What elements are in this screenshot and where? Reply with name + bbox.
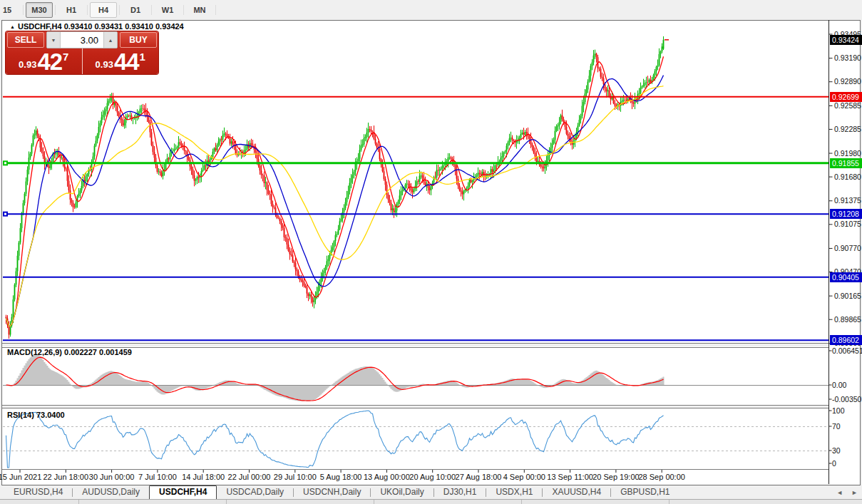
price-tick-label: 0.93190 [834, 53, 861, 62]
rsi-axis-label: 100 [832, 406, 845, 415]
volume-spinner: ▼ 3.00 ▲ [46, 31, 118, 48]
date-label: 22 Jul 00:00 [228, 473, 271, 481]
tab-xauusd-h4[interactable]: XAUUSD,H4 [543, 485, 610, 499]
strip-mark [669, 500, 669, 504]
volume-decrease-button[interactable]: ▼ [47, 32, 61, 48]
sell-price-pip: 7 [63, 51, 68, 63]
price-tick-label: 0.92285 [834, 125, 861, 133]
sell-price-prefix: 0.93 [19, 59, 36, 70]
trading-terminal: 15M30H1H4D1W1MN ▲USDCHF,H40.934100.93431… [0, 0, 862, 504]
chart-title: ▲USDCHF,H40.934100.934310.934100.93424 [10, 22, 186, 31]
tab-gbpusd-h1[interactable]: GBPUSD,H1 [611, 485, 679, 499]
date-label: 5 Aug 18:00 [320, 473, 362, 481]
price-tick-label: 0.91075 [834, 220, 861, 228]
buy-button[interactable]: BUY [120, 32, 157, 48]
tab-audusd-daily[interactable]: AUDUSD,Daily [73, 485, 149, 499]
tab-dj30-h1[interactable]: DJ30,H1 [434, 485, 486, 499]
toolbar-separator [23, 5, 24, 15]
timeframe-toolbar: 15M30H1H4D1W1MN [0, 0, 862, 19]
panel-toggle-icon[interactable]: ▲ [10, 24, 15, 29]
toolbar-separator [55, 5, 56, 15]
date-label: 13 Sep 11:00 [547, 473, 593, 481]
timeframe-button-d1[interactable]: D1 [122, 2, 149, 18]
spinner-up-icon: ▲ [108, 38, 113, 43]
price-tick-label: 0.92890 [834, 77, 861, 86]
chart-window [1, 20, 861, 485]
macd-axis-label: 0.006451 [832, 346, 862, 355]
timeframe-button-15[interactable]: 15 [0, 2, 21, 18]
tab-scroll-right-icon[interactable]: ► [851, 489, 858, 496]
tab-usdcad-daily[interactable]: USDCAD,Daily [217, 485, 293, 499]
timeframe-button-m30[interactable]: M30 [26, 2, 53, 18]
spinner-down-icon: ▼ [51, 38, 56, 43]
macd-label: MACD(12,26,9) 0.002227 0.001459 [7, 348, 132, 356]
timeframe-button-h1[interactable]: H1 [58, 2, 85, 18]
date-label: 20 Sep 19:00 [592, 473, 639, 481]
ohlc-high: 0.93431 [94, 22, 123, 31]
timeframe-button-h4[interactable]: H4 [90, 2, 117, 18]
tab-usdcnh-daily[interactable]: USDCNH,Daily [294, 485, 370, 499]
tab-ukoil-daily[interactable]: UKOil,Daily [371, 485, 433, 499]
tab-eurusd-h4[interactable]: EURUSD,H4 [4, 485, 72, 499]
buy-price-prefix: 0.93 [96, 59, 113, 70]
rsi-label: RSI(14) 73.0400 [7, 411, 65, 419]
price-level-box: 0.91855 [830, 158, 862, 168]
price-tick-label: 0.90165 [834, 292, 861, 300]
toolbar-separator [183, 5, 184, 15]
strip-mark [374, 500, 374, 504]
tab-usdchf-h4[interactable]: USDCHF,H4 [149, 485, 217, 500]
price-tick-label: 0.91680 [834, 173, 861, 181]
rsi-axis-label: 0 [832, 459, 836, 468]
price-tick-label: 0.91375 [834, 196, 861, 205]
timeframe-button-mn[interactable]: MN [186, 2, 213, 18]
date-label: 7 Jul 10:00 [138, 473, 177, 481]
sell-button[interactable]: SELL [7, 32, 44, 48]
price-tick-label: 0.91980 [834, 149, 861, 158]
macd-axis-label: 0.00 [832, 381, 846, 389]
sell-price-display[interactable]: 0.93427 [6, 48, 83, 74]
date-label: 27 Aug 18:00 [456, 473, 502, 481]
current-price-box: 0.93424 [830, 35, 862, 45]
date-label: 13 Aug 00:00 [364, 473, 410, 481]
price-level-box: 0.92699 [830, 92, 862, 102]
volume-increase-button[interactable]: ▲ [103, 32, 117, 48]
tab-scroll-left-icon[interactable]: ◄ [836, 489, 843, 496]
buy-price-pip: 1 [140, 51, 145, 63]
date-label: 22 Jun 18:00 [43, 473, 88, 481]
strip-mark [78, 500, 79, 504]
date-label: 28 Sep 00:00 [638, 473, 684, 481]
strip-mark [521, 500, 522, 504]
macd-axis-label: -0.003507 [832, 395, 862, 403]
toolbar-separator [215, 5, 216, 15]
chart-symbol-period: USDCHF,H4 [18, 22, 62, 31]
ohlc-low: 0.93410 [125, 22, 153, 31]
price-tick-label: 0.90770 [834, 244, 861, 252]
trade-panel-top-row: SELL ▼ 3.00 ▲ BUY [6, 31, 158, 48]
date-label: 30 Jun 00:00 [89, 473, 135, 481]
tab-usdx-h1[interactable]: USDX,H1 [486, 485, 542, 499]
date-label: 15 Jun 2021 [0, 473, 41, 481]
toolbar-separator [119, 5, 120, 15]
date-label: 29 Jul 10:00 [274, 473, 317, 481]
price-level-box: 0.90405 [830, 272, 862, 282]
trade-panel-prices: 0.93427 0.93441 [6, 48, 158, 74]
price-tick-label: 0.92585 [834, 101, 861, 110]
buy-price-display[interactable]: 0.93441 [83, 48, 159, 74]
strip-mark [226, 500, 227, 504]
tab-scroll-arrows: ◄► [836, 489, 858, 496]
volume-input[interactable]: 3.00 [61, 32, 103, 48]
bottom-strip [0, 499, 862, 504]
one-click-trade-panel: SELL ▼ 3.00 ▲ BUY 0.93427 0.93441 [6, 31, 158, 74]
buy-price-big: 44 [114, 51, 139, 73]
toolbar-separator [87, 5, 88, 15]
date-label: 4 Sep 00:00 [503, 473, 545, 481]
rsi-axis-label: 30 [832, 446, 841, 455]
price-level-box: 0.91208 [830, 209, 862, 219]
date-label: 14 Jul 18:00 [182, 473, 225, 481]
timeframe-button-w1[interactable]: W1 [154, 2, 181, 18]
ohlc-close: 0.93424 [155, 22, 184, 31]
chart-tab-bar: EURUSD,H4AUDUSD,DailyUSDCHF,H4USDCAD,Dai… [0, 485, 862, 499]
price-tick-label: 0.89865 [834, 315, 861, 324]
sell-price-big: 42 [37, 51, 62, 73]
price-level-box: 0.89602 [830, 335, 862, 345]
